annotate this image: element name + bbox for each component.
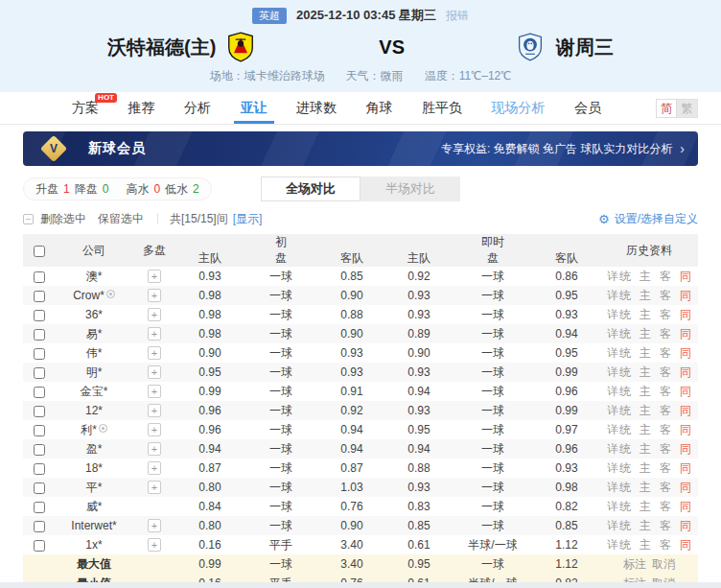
history-stats-link[interactable]: 统 <box>619 461 631 475</box>
history-away-link[interactable]: 客 <box>660 519 671 532</box>
tab-half-match-compare[interactable]: 半场对比 <box>360 176 460 201</box>
history-same-link[interactable]: 同 <box>680 500 691 513</box>
history-stats-link[interactable]: 统 <box>619 289 631 302</box>
row-checkbox[interactable] <box>34 387 45 398</box>
lang-simplified-button[interactable]: 简 <box>656 99 677 118</box>
history-away-link[interactable]: 客 <box>660 481 671 494</box>
expand-multi-odds-button[interactable]: + <box>148 289 161 302</box>
history-stats-link[interactable]: 统 <box>619 481 631 494</box>
company-name[interactable]: 威* <box>86 500 103 513</box>
company-name[interactable]: 36* <box>85 308 103 321</box>
history-home-link[interactable]: 主 <box>640 289 651 302</box>
expand-multi-odds-button[interactable]: + <box>148 327 161 341</box>
company-name[interactable]: Interwet* <box>71 519 116 532</box>
history-stats-link[interactable]: 统 <box>619 308 631 321</box>
history-home-link[interactable]: 主 <box>640 423 651 436</box>
company-name[interactable]: 平* <box>86 481 103 494</box>
history-detail-link[interactable]: 详 <box>607 385 618 398</box>
history-same-link[interactable]: 同 <box>680 481 691 494</box>
company-name[interactable]: 12* <box>85 404 103 417</box>
company-name[interactable]: 利* <box>81 423 97 436</box>
history-home-link[interactable]: 主 <box>640 442 651 456</box>
history-detail-link[interactable]: 详 <box>607 481 618 494</box>
company-name[interactable]: 1x* <box>85 538 102 552</box>
expand-multi-odds-button[interactable]: + <box>148 308 161 321</box>
expand-multi-odds-button[interactable]: + <box>148 461 161 475</box>
row-checkbox[interactable] <box>34 271 45 283</box>
expand-multi-odds-button[interactable]: + <box>148 365 161 379</box>
row-checkbox[interactable] <box>34 310 45 321</box>
cancel-link[interactable]: 取消 <box>652 576 675 583</box>
history-stats-link[interactable]: 统 <box>619 538 631 552</box>
nav-item-进球数[interactable]: 进球数 <box>293 92 339 124</box>
history-home-link[interactable]: 主 <box>640 461 651 475</box>
expand-multi-odds-button[interactable]: + <box>148 442 161 456</box>
history-home-link[interactable]: 主 <box>640 538 651 552</box>
history-away-link[interactable]: 客 <box>660 385 671 398</box>
expand-multi-odds-button[interactable]: + <box>148 519 161 532</box>
nav-item-方案[interactable]: 方案 HOT <box>69 92 102 124</box>
row-checkbox[interactable] <box>34 463 45 475</box>
row-checkbox[interactable] <box>34 444 45 456</box>
history-same-link[interactable]: 同 <box>680 404 691 417</box>
history-home-link[interactable]: 主 <box>640 346 651 360</box>
company-name[interactable]: 伟* <box>86 346 103 360</box>
mark-link[interactable]: 标注 <box>623 557 646 571</box>
expand-multi-odds-button[interactable]: + <box>148 404 161 417</box>
vip-member-banner[interactable]: V 新球会员 专享权益: 免费解锁 免广告 球队实力对比分析 › <box>23 131 698 166</box>
history-same-link[interactable]: 同 <box>680 423 691 436</box>
history-home-link[interactable]: 主 <box>640 365 651 379</box>
row-checkbox[interactable] <box>34 329 45 341</box>
history-away-link[interactable]: 客 <box>660 270 671 283</box>
nav-item-角球[interactable]: 角球 <box>363 92 396 124</box>
settings-customize-link[interactable]: ⚙ 设置/选择自定义 <box>598 211 698 227</box>
history-detail-link[interactable]: 详 <box>607 442 618 456</box>
history-same-link[interactable]: 同 <box>680 346 691 360</box>
history-stats-link[interactable]: 统 <box>619 519 631 532</box>
row-checkbox[interactable] <box>34 482 45 494</box>
row-checkbox[interactable] <box>34 425 45 436</box>
history-away-link[interactable]: 客 <box>660 404 671 417</box>
history-detail-link[interactable]: 详 <box>607 365 618 379</box>
history-home-link[interactable]: 主 <box>640 327 651 341</box>
history-stats-link[interactable]: 统 <box>619 346 631 360</box>
company-name[interactable]: 易* <box>86 327 103 341</box>
row-checkbox[interactable] <box>34 502 45 513</box>
nav-item-胜平负[interactable]: 胜平负 <box>419 92 465 124</box>
history-away-link[interactable]: 客 <box>660 500 671 513</box>
delete-selected-button[interactable]: 删除选中 <box>40 211 86 227</box>
select-all-checkbox[interactable] <box>34 246 45 257</box>
history-home-link[interactable]: 主 <box>640 481 651 494</box>
company-name[interactable]: Crow* <box>73 289 105 302</box>
company-name[interactable]: 盈* <box>86 442 103 456</box>
history-stats-link[interactable]: 统 <box>619 500 631 513</box>
history-detail-link[interactable]: 详 <box>607 423 618 436</box>
row-checkbox[interactable] <box>34 348 45 360</box>
history-detail-link[interactable]: 详 <box>607 327 618 341</box>
history-same-link[interactable]: 同 <box>680 308 691 321</box>
report-error-link[interactable]: 报错 <box>446 8 469 24</box>
history-same-link[interactable]: 同 <box>680 289 691 302</box>
history-home-link[interactable]: 主 <box>640 385 651 398</box>
mark-link[interactable]: 标注 <box>623 576 646 583</box>
history-detail-link[interactable]: 详 <box>607 308 618 321</box>
company-name[interactable]: 金宝* <box>81 385 108 398</box>
tab-full-match-compare[interactable]: 全场对比 <box>261 176 360 201</box>
history-detail-link[interactable]: 详 <box>607 500 618 513</box>
history-stats-link[interactable]: 统 <box>619 365 631 379</box>
row-checkbox[interactable] <box>34 521 45 532</box>
company-name[interactable]: 澳* <box>86 270 103 283</box>
history-detail-link[interactable]: 详 <box>607 538 618 552</box>
history-home-link[interactable]: 主 <box>640 404 651 417</box>
history-away-link[interactable]: 客 <box>660 423 671 436</box>
history-away-link[interactable]: 客 <box>660 289 671 302</box>
expand-multi-odds-button[interactable]: + <box>148 385 161 398</box>
history-same-link[interactable]: 同 <box>680 327 691 341</box>
company-name[interactable]: 明* <box>86 365 103 379</box>
history-same-link[interactable]: 同 <box>680 538 691 552</box>
nav-item-亚让[interactable]: 亚让 <box>238 92 270 124</box>
history-same-link[interactable]: 同 <box>680 519 691 532</box>
history-detail-link[interactable]: 详 <box>607 346 618 360</box>
expand-multi-odds-button[interactable]: + <box>148 481 161 494</box>
select-indeterminate-icon[interactable] <box>23 214 34 224</box>
